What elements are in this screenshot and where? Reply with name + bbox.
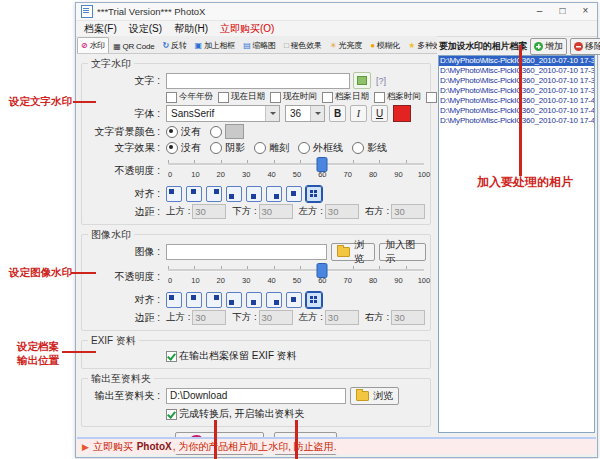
align-button[interactable] xyxy=(166,292,182,308)
file-name: D:\MyPhoto\Misc-PickIC360_2010-07-10 17-… xyxy=(440,116,595,125)
D:\MyPhoto\Misc-PickIC360_2010-07-10 17-40-44.jpg[interactable]: D:\MyPhoto\Misc-PickIC360_2010-07-10 17-… xyxy=(439,106,594,116)
date-checkbox[interactable]: 现在时间 xyxy=(270,91,317,103)
tab[interactable]: ★ 多种效果 xyxy=(404,37,437,53)
tick-label: 10 xyxy=(187,170,203,179)
align-button[interactable] xyxy=(226,292,242,308)
align-button[interactable] xyxy=(206,292,222,308)
date-checkbox[interactable]: 档案日期 xyxy=(322,91,369,103)
align-button[interactable] xyxy=(186,186,202,202)
output-folder-label: 输出至资料夹 : xyxy=(86,389,160,403)
app-icon xyxy=(81,5,93,18)
checkbox-icon xyxy=(166,409,177,420)
tab[interactable]: ▤ 缩略图 xyxy=(239,37,280,53)
margin-input[interactable]: 30 xyxy=(259,204,293,219)
text-effect-radio[interactable]: 外框线 xyxy=(298,141,343,155)
menu-item[interactable]: 帮助(H) xyxy=(168,22,214,36)
titlebar[interactable]: ***Trial Version*** PhotoX – □ × xyxy=(76,3,597,21)
text-opacity-slider[interactable]: 0102030405060708090100 xyxy=(166,157,426,184)
date-checkbox[interactable]: 现在日期 xyxy=(218,91,265,103)
margin-input[interactable]: 30 xyxy=(192,204,226,219)
align-button[interactable] xyxy=(166,186,182,202)
margin-input[interactable]: 30 xyxy=(391,204,425,219)
underline-button[interactable]: U xyxy=(371,105,388,122)
date-checkbox[interactable]: 档案时间 xyxy=(374,91,421,103)
annotation-set-image-watermark: 设定图像水印 xyxy=(2,266,72,279)
margin-input[interactable]: 30 xyxy=(259,310,293,325)
D:\MyPhoto\Misc-PickIC360_2010-07-10 17-39-40.jpg[interactable]: D:\MyPhoto\Misc-PickIC360_2010-07-10 17-… xyxy=(439,86,594,96)
checkbox-icon xyxy=(270,92,281,103)
align-button[interactable] xyxy=(286,186,302,202)
font-label: 字体 : xyxy=(86,107,160,121)
tab[interactable]: ☀ 光亮度 xyxy=(326,37,366,53)
tick-label: 50 xyxy=(289,170,305,179)
align-button-list xyxy=(166,292,326,308)
text-effect-radio[interactable]: 雕刻 xyxy=(254,141,289,155)
margin-input[interactable]: 30 xyxy=(192,310,226,325)
align-button[interactable] xyxy=(286,292,302,308)
bg-color-radio[interactable]: 没有 xyxy=(166,125,201,139)
watermark-text-input[interactable] xyxy=(166,73,350,89)
margin-input[interactable]: 30 xyxy=(325,204,359,219)
D:\MyPhoto\Misc-PickIC360_2010-07-10 17-40-28.jpg[interactable]: D:\MyPhoto\Misc-PickIC360_2010-07-10 17-… xyxy=(439,96,594,106)
date-checkbox[interactable]: 今年年份 xyxy=(166,91,213,103)
margin-input[interactable]: 30 xyxy=(325,310,359,325)
image-opacity-row: 不透明度 : 0102030405060708090100 xyxy=(86,263,426,290)
align-button[interactable] xyxy=(226,186,242,202)
close-button[interactable]: × xyxy=(574,3,597,20)
keep-exif-checkbox[interactable]: 在输出档案保留 EXIF 资料 xyxy=(166,349,297,363)
menu-item[interactable]: 设定(S) xyxy=(123,22,168,36)
watermark-form: 文字水印 文字 : [?] xyxy=(77,54,435,436)
italic-button[interactable]: I xyxy=(350,105,367,122)
align-button[interactable] xyxy=(206,186,222,202)
radio-label: 没有 xyxy=(181,125,201,139)
add-icon-button[interactable]: 加入图示 xyxy=(379,243,426,261)
margin-field-label: 上方 : xyxy=(166,311,190,324)
tab[interactable]: □ 褪色效果 xyxy=(280,37,326,53)
tab[interactable]: ⊘ 水印 xyxy=(77,37,109,53)
D:\MyPhoto\Misc-PickIC360_2010-07-10 17-38-10.jpg[interactable]: D:\MyPhoto\Misc-PickIC360_2010-07-10 17-… xyxy=(439,66,594,76)
margin-input[interactable]: 30 xyxy=(391,310,425,325)
window-title: ***Trial Version*** PhotoX xyxy=(97,6,205,17)
tab[interactable]: ▦ QR Code xyxy=(109,39,158,53)
align-button[interactable] xyxy=(266,186,282,202)
align-button[interactable] xyxy=(306,186,322,202)
D:\MyPhoto\Misc-PickIC360_2010-07-10 17-37-11.jpg[interactable]: D:\MyPhoto\Misc-PickIC360_2010-07-10 17-… xyxy=(439,56,594,66)
align-button[interactable] xyxy=(246,186,262,202)
checkbox-label: 在输出档案保留 EXIF 资料 xyxy=(179,349,297,363)
align-button[interactable] xyxy=(186,292,202,308)
watermark-image-input[interactable] xyxy=(166,244,327,260)
D:\MyPhoto\Misc-PickIC360_2010-07-10 17-41-27.jpg[interactable]: D:\MyPhoto\Misc-PickIC360_2010-07-10 17-… xyxy=(439,116,594,126)
browse-folder-button[interactable]: 浏览 xyxy=(350,387,399,405)
bold-button[interactable]: B xyxy=(329,105,346,122)
browse-image-button[interactable]: 浏览 xyxy=(331,243,375,261)
help-link[interactable]: [?] xyxy=(376,76,386,86)
menu-item[interactable]: 立即购买(O) xyxy=(214,22,280,36)
plus-icon xyxy=(534,42,543,51)
align-button[interactable] xyxy=(306,292,322,308)
add-photos-button[interactable]: 增加 xyxy=(530,38,567,55)
tab[interactable]: ↻ 反转 xyxy=(158,37,190,53)
open-folder-after-checkbox[interactable]: 完成转换后, 开启输出资料夹 xyxy=(166,407,305,421)
output-folder-input[interactable]: D:\Download xyxy=(166,388,346,404)
text-effect-radio[interactable]: 影线 xyxy=(352,141,387,155)
radio-icon xyxy=(352,142,364,154)
maximize-button[interactable]: □ xyxy=(551,3,574,20)
align-button[interactable] xyxy=(246,292,262,308)
align-button[interactable] xyxy=(266,292,282,308)
tab[interactable]: ● 模糊化 xyxy=(366,37,404,53)
insert-image-button[interactable] xyxy=(353,72,371,89)
image-row: 图像 : 浏览 加入图示 xyxy=(86,243,426,261)
D:\MyPhoto\Misc-PickIC360_2010-07-10 17-39-15.jpg[interactable]: D:\MyPhoto\Misc-PickIC360_2010-07-10 17-… xyxy=(439,76,594,86)
remove-photos-button[interactable]: 移除 xyxy=(570,38,600,55)
text-effect-radio[interactable]: 阴影 xyxy=(210,141,245,155)
tab[interactable]: ▣ 加上相框 xyxy=(191,37,240,53)
minimize-button[interactable]: – xyxy=(528,3,551,20)
font-color-swatch[interactable] xyxy=(393,105,411,122)
font-size-select[interactable]: 36 xyxy=(285,105,325,122)
font-family-select[interactable]: SansSerif xyxy=(166,105,280,122)
menu-item[interactable]: 档案(F) xyxy=(78,22,123,36)
image-opacity-slider[interactable]: 0102030405060708090100 xyxy=(166,263,426,290)
bg-color-radio[interactable] xyxy=(210,124,244,139)
photo-list[interactable]: D:\MyPhoto\Misc-PickIC360_2010-07-10 17-… xyxy=(438,55,595,433)
text-effect-radio[interactable]: 没有 xyxy=(166,141,201,155)
